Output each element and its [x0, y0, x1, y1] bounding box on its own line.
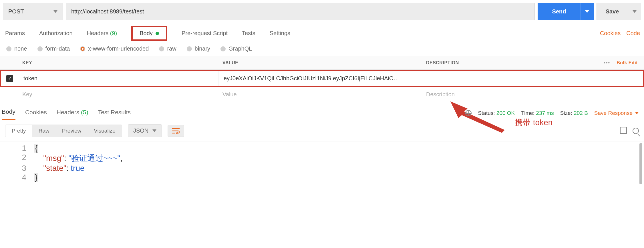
radio-icon [159, 46, 164, 51]
tab-authorization[interactable]: Authorization [39, 30, 73, 37]
chevron-down-icon [635, 112, 639, 114]
chevron-down-icon [585, 10, 589, 13]
tab-headers[interactable]: Headers (9) [87, 30, 117, 37]
view-preview[interactable]: Preview [56, 125, 88, 137]
save-response-button[interactable]: Save Response [594, 110, 639, 116]
tab-prerequest[interactable]: Pre-request Script [182, 30, 228, 37]
table-row: ✓ token eyJ0eXAiOiJKV1QiLCJhbGciOiJIUzI1… [1, 71, 643, 86]
param-desc-placeholder[interactable]: Description [421, 87, 644, 102]
param-value-placeholder[interactable]: Value [217, 87, 421, 102]
format-select[interactable]: JSON [128, 124, 162, 137]
more-icon[interactable]: ••• [604, 60, 610, 65]
http-method-value: POST [8, 8, 24, 15]
radio-icon [6, 46, 11, 51]
table-row-new[interactable]: Key Value Description [0, 87, 644, 102]
view-mode-segment: Pretty Raw Preview Visualize [5, 125, 122, 137]
column-value: VALUE [217, 56, 421, 69]
response-body[interactable]: 1{ 2 "msg": "验证通过~~~", 3 "state": true 4… [0, 141, 644, 186]
bodytype-xwww[interactable]: x-www-form-urlencoded [80, 45, 149, 52]
param-key-input[interactable]: token [18, 71, 218, 86]
param-value-input[interactable]: eyJ0eXAiOiJKV1QiLCJhbGciOiJIUzI1NiJ9.eyJ… [218, 71, 422, 86]
bodytype-graphql[interactable]: GraphQL [220, 45, 252, 52]
dot-icon [156, 32, 159, 35]
chevron-down-icon [633, 10, 637, 13]
code-link[interactable]: Code [626, 30, 640, 37]
view-raw[interactable]: Raw [32, 125, 56, 137]
params-table: KEY VALUE DESCRIPTION ••• Bulk Edit ✓ to… [0, 56, 644, 102]
url-value: http://localhost:8989/test/test [71, 8, 144, 15]
column-description: DESCRIPTION [421, 56, 593, 69]
wrap-lines-button[interactable] [168, 125, 184, 137]
status-value: 200 OK [496, 110, 515, 116]
tab-body[interactable]: Body [131, 26, 167, 41]
chevron-down-icon [152, 129, 156, 132]
param-key-placeholder[interactable]: Key [17, 87, 217, 102]
save-button[interactable]: Save [597, 3, 628, 20]
size-value: 202 B [574, 110, 588, 116]
scrollbar[interactable] [639, 143, 642, 184]
radio-icon [37, 46, 43, 51]
headers-count: (9) [110, 30, 117, 36]
resp-tab-body[interactable]: Body [2, 106, 15, 120]
bulk-edit-link[interactable]: Bulk Edit [617, 60, 638, 65]
radio-icon [187, 46, 192, 51]
param-desc-input[interactable] [422, 75, 643, 83]
search-icon[interactable] [633, 128, 639, 134]
tab-params[interactable]: Params [5, 30, 25, 37]
cookies-link[interactable]: Cookies [600, 30, 621, 37]
url-input[interactable]: http://localhost:8989/test/test [66, 3, 535, 20]
radio-checked-icon [80, 46, 85, 51]
copy-icon[interactable] [621, 128, 627, 134]
send-button[interactable]: Send [538, 3, 581, 20]
time-value: 237 ms [536, 110, 554, 116]
bodytype-none[interactable]: none [6, 45, 27, 52]
wrap-icon [172, 127, 180, 134]
bodytype-formdata[interactable]: form-data [37, 45, 70, 52]
tab-settings[interactable]: Settings [270, 30, 290, 37]
checkbox-checked-icon[interactable]: ✓ [6, 75, 13, 82]
resp-tab-testresults[interactable]: Test Results [98, 107, 131, 120]
column-key: KEY [17, 56, 217, 69]
tab-tests[interactable]: Tests [242, 30, 255, 37]
view-pretty[interactable]: Pretty [5, 125, 32, 137]
view-visualize[interactable]: Visualize [88, 125, 122, 137]
status-label: Status: 200 OK [478, 110, 515, 116]
bodytype-raw[interactable]: raw [159, 45, 176, 52]
time-label: Time: 237 ms [521, 110, 554, 116]
http-method-select[interactable]: POST [3, 3, 63, 20]
globe-icon[interactable] [465, 110, 472, 116]
resp-tab-headers[interactable]: Headers (5) [57, 107, 88, 120]
save-options-button[interactable] [628, 3, 641, 20]
radio-icon [220, 46, 226, 51]
send-options-button[interactable] [581, 3, 594, 20]
resp-tab-cookies[interactable]: Cookies [25, 107, 47, 120]
size-label: Size: 202 B [560, 110, 588, 116]
chevron-down-icon [53, 10, 57, 13]
bodytype-binary[interactable]: binary [187, 45, 210, 52]
